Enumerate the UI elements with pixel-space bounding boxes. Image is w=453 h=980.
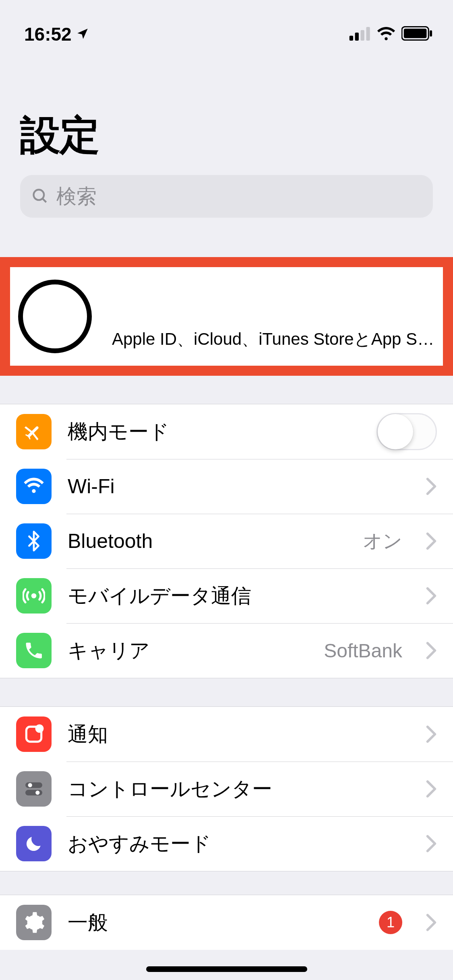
cellular-icon — [16, 578, 52, 614]
row-value: オン — [363, 528, 410, 554]
row-label: Wi-Fi — [68, 475, 410, 498]
phone-icon — [16, 633, 52, 668]
gear-icon — [16, 905, 52, 940]
airplane-toggle[interactable] — [376, 413, 437, 450]
row-label: モバイルデータ通信 — [68, 583, 410, 609]
chevron-right-icon — [426, 834, 437, 853]
svg-line-8 — [43, 199, 46, 202]
row-controlcenter[interactable]: コントロールセンター — [0, 762, 453, 816]
row-label: キャリア — [68, 637, 308, 664]
svg-point-15 — [35, 791, 39, 795]
chevron-right-icon — [426, 587, 437, 605]
header: 設定 — [0, 52, 453, 175]
svg-rect-6 — [430, 30, 432, 37]
search-icon — [31, 187, 49, 205]
chevron-right-icon — [426, 913, 437, 932]
chevron-right-icon — [426, 477, 437, 496]
avatar — [18, 280, 92, 353]
row-label: 一般 — [68, 909, 363, 936]
group-network: 機内モード Wi-Fi Bluetooth オン モバイルデータ通信 — [0, 404, 453, 678]
bluetooth-icon — [16, 523, 52, 559]
chevron-right-icon — [426, 641, 437, 660]
chevron-right-icon — [426, 532, 437, 550]
row-bluetooth[interactable]: Bluetooth オン — [0, 514, 453, 568]
row-airplane[interactable]: 機内モード — [0, 404, 453, 459]
airplane-icon — [16, 414, 52, 449]
controlcenter-icon — [16, 771, 52, 807]
row-label: 機内モード — [68, 418, 360, 445]
chevron-right-icon — [426, 780, 437, 798]
wifi-status-icon — [376, 23, 396, 45]
row-label: 通知 — [68, 721, 410, 748]
appleid-subtitle: Apple ID、iCloud、iTunes StoreとApp S… — [112, 328, 434, 350]
svg-rect-0 — [350, 36, 353, 41]
row-label: コントロールセンター — [68, 776, 410, 803]
svg-point-7 — [34, 190, 44, 200]
row-dnd[interactable]: おやすみモード — [0, 816, 453, 871]
wifi-icon — [16, 469, 52, 504]
group-notifications: 通知 コントロールセンター おやすみモード — [0, 706, 453, 871]
svg-point-13 — [28, 783, 32, 787]
status-bar: 16:52 — [0, 0, 453, 52]
svg-rect-2 — [361, 30, 364, 41]
row-wifi[interactable]: Wi-Fi — [0, 459, 453, 514]
appleid-highlight: Apple ID、iCloud、iTunes StoreとApp S… — [0, 257, 453, 376]
battery-icon — [401, 23, 433, 45]
location-arrow-icon — [76, 23, 89, 45]
search-placeholder: 検索 — [56, 183, 97, 210]
chevron-right-icon — [426, 725, 437, 743]
notifications-icon — [16, 716, 52, 752]
svg-point-11 — [36, 725, 43, 732]
row-general[interactable]: 一般 1 — [0, 895, 453, 950]
moon-icon — [16, 826, 52, 861]
search-input[interactable]: 検索 — [20, 175, 433, 218]
row-label: Bluetooth — [68, 529, 347, 553]
page-title: 設定 — [20, 109, 433, 163]
group-general: 一般 1 — [0, 895, 453, 950]
badge: 1 — [379, 911, 402, 934]
row-cellular[interactable]: モバイルデータ通信 — [0, 568, 453, 623]
svg-rect-3 — [366, 27, 370, 41]
row-notifications[interactable]: 通知 — [0, 707, 453, 762]
row-value: SoftBank — [324, 640, 410, 662]
status-time: 16:52 — [24, 23, 72, 45]
svg-rect-5 — [404, 29, 427, 38]
svg-point-9 — [32, 594, 35, 597]
svg-rect-1 — [355, 33, 359, 41]
cellular-signal-icon — [349, 23, 371, 45]
svg-rect-14 — [25, 790, 42, 795]
appleid-row[interactable]: Apple ID、iCloud、iTunes StoreとApp S… — [10, 267, 443, 366]
home-indicator[interactable] — [146, 966, 307, 972]
svg-rect-12 — [25, 782, 42, 788]
row-carrier[interactable]: キャリア SoftBank — [0, 623, 453, 678]
row-label: おやすみモード — [68, 830, 410, 857]
